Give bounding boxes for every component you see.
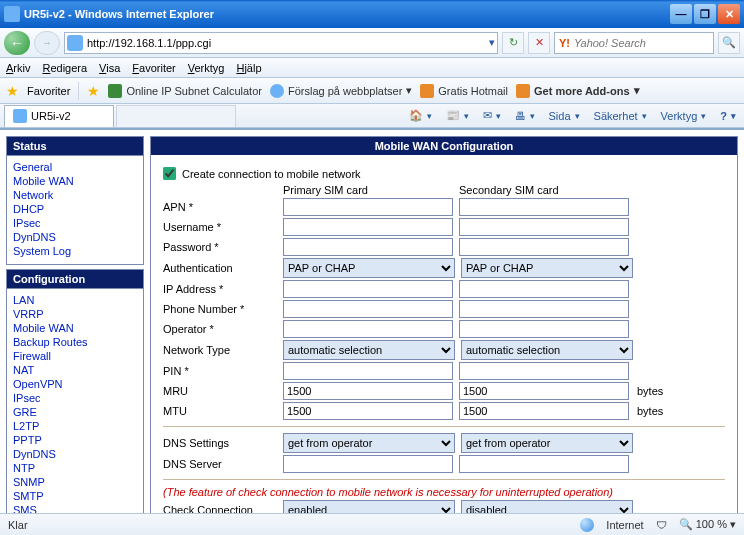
pin-secondary-input[interactable] bbox=[459, 362, 629, 380]
ip-primary-input[interactable] bbox=[283, 280, 453, 298]
sidebar-item-l2tp[interactable]: L2TP bbox=[13, 419, 137, 433]
sidebar-item-network[interactable]: Network bbox=[13, 188, 137, 202]
sidebar-item-openvpn[interactable]: OpenVPN bbox=[13, 377, 137, 391]
oper-secondary-input[interactable] bbox=[459, 320, 629, 338]
pass-primary-input[interactable] bbox=[283, 238, 453, 256]
sidebar-item-dyndns-status[interactable]: DynDNS bbox=[13, 230, 137, 244]
oper-primary-input[interactable] bbox=[283, 320, 453, 338]
sidebar-item-dyndns[interactable]: DynDNS bbox=[13, 447, 137, 461]
stop-button[interactable]: ✕ bbox=[528, 32, 550, 54]
new-tab-button[interactable] bbox=[116, 105, 236, 127]
chk-primary-select[interactable]: enabled bbox=[283, 500, 455, 513]
user-secondary-input[interactable] bbox=[459, 218, 629, 236]
mtu-primary-input[interactable] bbox=[283, 402, 453, 420]
page-menu[interactable]: Sida bbox=[545, 110, 584, 122]
print-button[interactable]: 🖶 bbox=[511, 110, 539, 122]
sidebar-item-firewall[interactable]: Firewall bbox=[13, 349, 137, 363]
forward-button[interactable]: → bbox=[34, 31, 60, 55]
close-button[interactable]: ✕ bbox=[718, 4, 740, 24]
favorites-star-icon[interactable]: ★ bbox=[6, 83, 19, 99]
ntype-secondary-select[interactable]: automatic selection bbox=[461, 340, 633, 360]
ie-icon bbox=[4, 6, 20, 22]
create-connection-checkbox[interactable] bbox=[163, 167, 176, 180]
search-go-button[interactable]: 🔍 bbox=[718, 32, 740, 54]
sidebar-item-ipsec[interactable]: IPsec bbox=[13, 391, 137, 405]
label-user: Username * bbox=[163, 221, 283, 233]
menu-hjalp[interactable]: Hjälp bbox=[236, 62, 261, 74]
refresh-button[interactable]: ↻ bbox=[502, 32, 524, 54]
sidebar-item-backuproutes[interactable]: Backup Routes bbox=[13, 335, 137, 349]
dns-primary-select[interactable]: get from operator bbox=[283, 433, 455, 453]
sidebar-config-list: LAN VRRP Mobile WAN Backup Routes Firewa… bbox=[6, 289, 144, 535]
menu-redigera[interactable]: Redigera bbox=[42, 62, 87, 74]
url-input[interactable] bbox=[87, 37, 489, 49]
fav-suggested-sites[interactable]: Förslag på webbplatser ▾ bbox=[270, 84, 412, 98]
sidebar-item-lan[interactable]: LAN bbox=[13, 293, 137, 307]
address-bar[interactable]: ▾ bbox=[64, 32, 498, 54]
pin-primary-input[interactable] bbox=[283, 362, 453, 380]
column-headers: Primary SIM card Secondary SIM card bbox=[283, 184, 725, 196]
user-primary-input[interactable] bbox=[283, 218, 453, 236]
ntype-primary-select[interactable]: automatic selection bbox=[283, 340, 455, 360]
dns-secondary-select[interactable]: get from operator bbox=[461, 433, 633, 453]
mail-button[interactable]: ✉ bbox=[479, 109, 505, 122]
dnssrv-secondary-input[interactable] bbox=[459, 455, 629, 473]
sidebar-item-mobilewan[interactable]: Mobile WAN bbox=[13, 321, 137, 335]
fav-addons[interactable]: Get more Add-ons ▾ bbox=[516, 84, 640, 98]
pass-secondary-input[interactable] bbox=[459, 238, 629, 256]
sidebar-head-config: Configuration bbox=[6, 269, 144, 289]
search-box[interactable]: Y! bbox=[554, 32, 714, 54]
sidebar-item-gre[interactable]: GRE bbox=[13, 405, 137, 419]
search-input[interactable] bbox=[574, 37, 713, 49]
ip-secondary-input[interactable] bbox=[459, 280, 629, 298]
sidebar-item-systemlog[interactable]: System Log bbox=[13, 244, 137, 258]
sidebar-item-nat[interactable]: NAT bbox=[13, 363, 137, 377]
feeds-button[interactable]: 📰 bbox=[442, 109, 473, 122]
address-dropdown-icon[interactable]: ▾ bbox=[489, 36, 495, 49]
yahoo-icon: Y! bbox=[559, 37, 570, 49]
sidebar-item-ipsec-status[interactable]: IPsec bbox=[13, 216, 137, 230]
auth-primary-select[interactable]: PAP or CHAP bbox=[283, 258, 455, 278]
sidebar-head-status: Status bbox=[6, 136, 144, 156]
sidebar-item-snmp[interactable]: SNMP bbox=[13, 475, 137, 489]
sidebar-item-ntp[interactable]: NTP bbox=[13, 461, 137, 475]
mru-secondary-input[interactable] bbox=[459, 382, 629, 400]
favorites-label[interactable]: Favoriter bbox=[27, 85, 70, 97]
help-button[interactable]: ? bbox=[716, 110, 740, 122]
sidebar-item-pptp[interactable]: PPTP bbox=[13, 433, 137, 447]
sidebar-item-smtp[interactable]: SMTP bbox=[13, 489, 137, 503]
menu-favoriter[interactable]: Favoriter bbox=[132, 62, 175, 74]
sidebar: Status General Mobile WAN Network DHCP I… bbox=[0, 130, 150, 513]
menu-verktyg[interactable]: Verktyg bbox=[188, 62, 225, 74]
sidebar-item-vrrp[interactable]: VRRP bbox=[13, 307, 137, 321]
chk-secondary-select[interactable]: disabled bbox=[461, 500, 633, 513]
phone-secondary-input[interactable] bbox=[459, 300, 629, 318]
label-pin: PIN * bbox=[163, 365, 283, 377]
sidebar-item-general[interactable]: General bbox=[13, 160, 137, 174]
back-button[interactable]: ← bbox=[4, 31, 30, 55]
mtu-secondary-input[interactable] bbox=[459, 402, 629, 420]
menu-arkiv[interactable]: Arkiv bbox=[6, 62, 30, 74]
mru-primary-input[interactable] bbox=[283, 382, 453, 400]
nav-toolbar: ← → ▾ ↻ ✕ Y! 🔍 bbox=[0, 28, 744, 58]
create-connection-row: Create connection to mobile network bbox=[163, 167, 725, 180]
maximize-button[interactable]: ❐ bbox=[694, 4, 716, 24]
zoom-dropdown[interactable]: 🔍 100 % ▾ bbox=[679, 518, 736, 531]
tools-menu[interactable]: Verktyg bbox=[657, 110, 711, 122]
sidebar-item-mobilewan-status[interactable]: Mobile WAN bbox=[13, 174, 137, 188]
auth-secondary-select[interactable]: PAP or CHAP bbox=[461, 258, 633, 278]
sidebar-status-list: General Mobile WAN Network DHCP IPsec Dy… bbox=[6, 156, 144, 265]
security-menu[interactable]: Säkerhet bbox=[590, 110, 651, 122]
home-button[interactable]: 🏠 bbox=[405, 109, 436, 122]
label-dnssrv: DNS Server bbox=[163, 458, 283, 470]
fav-subnet-calc[interactable]: Online IP Subnet Calculator bbox=[108, 84, 262, 98]
sidebar-item-dhcp[interactable]: DHCP bbox=[13, 202, 137, 216]
phone-primary-input[interactable] bbox=[283, 300, 453, 318]
minimize-button[interactable]: — bbox=[670, 4, 692, 24]
menu-visa[interactable]: Visa bbox=[99, 62, 120, 74]
dnssrv-primary-input[interactable] bbox=[283, 455, 453, 473]
apn-secondary-input[interactable] bbox=[459, 198, 629, 216]
fav-hotmail[interactable]: Gratis Hotmail bbox=[420, 84, 508, 98]
apn-primary-input[interactable] bbox=[283, 198, 453, 216]
tab-ur5i[interactable]: UR5i-v2 bbox=[4, 105, 114, 127]
